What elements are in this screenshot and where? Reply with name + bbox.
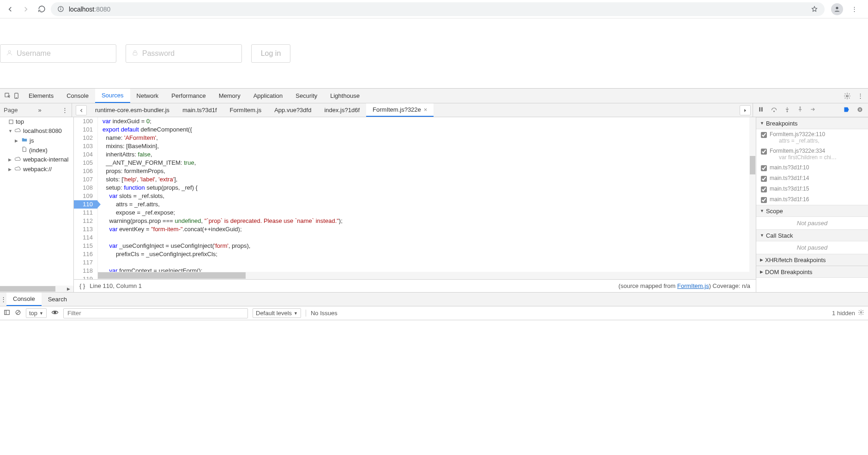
code-line[interactable]: var _useConfigInject = useConfigInject('…	[98, 242, 250, 250]
code-line[interactable]: var slots = _ref.slots,	[98, 192, 164, 200]
code-line[interactable]: var eventKey = "form-item-".concat(++ind…	[98, 225, 242, 233]
breakpoint-checkbox[interactable]	[761, 149, 767, 155]
line-number[interactable]: 114	[74, 233, 98, 242]
line-number[interactable]: 116	[74, 250, 98, 258]
code-line[interactable]: setup: function setup(props, _ref) {	[98, 184, 198, 192]
line-number[interactable]: 101	[74, 126, 98, 134]
log-levels-selector[interactable]: Default levels ▼	[253, 308, 301, 318]
line-number[interactable]: 117	[74, 258, 98, 267]
callstack-header[interactable]: ▼Call Stack	[756, 229, 868, 241]
tree-item[interactable]: ▶webpack://	[0, 164, 73, 174]
breakpoint-item[interactable]: FormItem.js?322e:334var firstChildren = …	[756, 146, 868, 162]
drawer-tab-search[interactable]: Search	[42, 293, 73, 306]
breakpoint-checkbox[interactable]	[761, 186, 767, 192]
line-number[interactable]: 103	[74, 142, 98, 150]
file-tab[interactable]: index.js?1d6f	[318, 103, 366, 117]
line-number[interactable]: 113	[74, 225, 98, 233]
tree-item[interactable]: ▶js	[0, 136, 73, 145]
code-line[interactable]: warning(props.prop === undefined, "`prop…	[98, 217, 343, 225]
tree-item[interactable]: ▶webpack-internal	[0, 155, 73, 164]
devtools-tab-sources[interactable]: Sources	[95, 89, 130, 103]
code-horizontal-scrollbar[interactable]	[98, 272, 756, 279]
devtools-menu-icon[interactable]: ⋮	[857, 92, 863, 99]
file-tab[interactable]: FormItem.js?322e×	[366, 103, 434, 117]
scope-header[interactable]: ▼Scope	[756, 205, 868, 217]
navigator-more-icon[interactable]: »	[36, 107, 44, 114]
line-number[interactable]: 102	[74, 134, 98, 142]
breakpoint-item[interactable]: main.ts?3d1f:10	[756, 162, 868, 173]
settings-icon[interactable]	[844, 92, 851, 100]
breakpoint-checkbox[interactable]	[761, 132, 767, 138]
line-number[interactable]: 106	[74, 167, 98, 175]
line-number[interactable]: 115	[74, 242, 98, 250]
devtools-tab-console[interactable]: Console	[60, 89, 95, 103]
dom-breakpoints-header[interactable]: ▶DOM Breakpoints	[756, 266, 868, 278]
code-line[interactable]: inheritAttrs: false,	[98, 150, 152, 159]
console-sidebar-toggle-icon[interactable]	[4, 309, 10, 317]
line-number[interactable]: 112	[74, 217, 98, 225]
code-line[interactable]: prefixCls = _useConfigInject.prefixCls;	[98, 250, 217, 258]
execution-context-selector[interactable]: top ▼	[26, 308, 47, 318]
tree-item[interactable]: (index)	[0, 145, 73, 155]
line-number[interactable]: 109	[74, 192, 98, 200]
inspect-element-icon[interactable]	[2, 89, 22, 103]
line-number[interactable]: 111	[74, 209, 98, 217]
console-settings-icon[interactable]	[858, 309, 864, 317]
line-number[interactable]: 107	[74, 175, 98, 184]
close-tab-icon[interactable]: ×	[424, 106, 428, 113]
pretty-print-icon[interactable]: { }	[79, 282, 85, 289]
login-button[interactable]: Log in	[251, 44, 290, 63]
breakpoint-item[interactable]: main.ts?3d1f:15	[756, 184, 868, 194]
devtools-tab-lighthouse[interactable]: Lighthouse	[324, 89, 366, 103]
breakpoint-checkbox[interactable]	[761, 197, 767, 203]
code-line[interactable]: __ANT_NEW_FORM_ITEM: true,	[98, 159, 196, 167]
pause-exceptions-icon[interactable]	[856, 106, 863, 114]
navigator-scroll-right[interactable]: ▶	[65, 286, 72, 292]
back-button[interactable]	[4, 3, 17, 16]
devtools-tab-performance[interactable]: Performance	[165, 89, 212, 103]
url-bar[interactable]: localhost:8080	[51, 2, 825, 16]
file-tab[interactable]: runtime-core.esm-bundler.js	[89, 103, 176, 117]
breakpoint-checkbox[interactable]	[761, 165, 767, 171]
line-number[interactable]: 110	[74, 200, 98, 209]
breakpoints-header[interactable]: ▼Breakpoints	[756, 117, 868, 129]
code-line[interactable]	[98, 233, 102, 242]
navigator-scrollbar[interactable]	[0, 286, 74, 292]
star-icon[interactable]	[811, 6, 818, 13]
drawer-menu-icon[interactable]: ⋮	[0, 293, 6, 306]
line-number[interactable]: 118	[74, 267, 98, 275]
drawer-tab-console[interactable]: Console	[6, 293, 42, 306]
xhr-breakpoints-header[interactable]: ▶XHR/fetch Breakpoints	[756, 254, 868, 266]
tree-item[interactable]: ▼localhost:8080	[0, 126, 73, 136]
line-number[interactable]: 100	[74, 117, 98, 126]
page-pane-label[interactable]: Page	[4, 107, 18, 114]
password-field[interactable]: Password	[126, 44, 242, 63]
reload-button[interactable]	[35, 3, 48, 16]
source-map-link[interactable]: FormItem.js	[677, 282, 709, 289]
code-line[interactable]: expose = _ref.expose;	[98, 209, 175, 217]
code-line[interactable]: var indexGuid = 0;	[98, 117, 151, 126]
line-number[interactable]: 104	[74, 150, 98, 159]
line-number[interactable]: 108	[74, 184, 98, 192]
step-out-icon[interactable]	[797, 106, 803, 114]
devtools-tab-application[interactable]: Application	[247, 89, 289, 103]
forward-button[interactable]	[19, 3, 32, 16]
breakpoint-checkbox[interactable]	[761, 176, 767, 182]
file-tab[interactable]: App.vue?3dfd	[268, 103, 318, 117]
clear-console-icon[interactable]	[15, 309, 21, 317]
step-into-icon[interactable]	[784, 106, 790, 114]
deactivate-breakpoints-icon[interactable]	[843, 106, 850, 114]
file-tabs-scroll-right[interactable]	[740, 105, 751, 115]
profile-avatar[interactable]	[831, 3, 843, 15]
breakpoint-item[interactable]: main.ts?3d1f:16	[756, 194, 868, 205]
tree-top[interactable]: top	[0, 117, 73, 126]
devtools-tab-memory[interactable]: Memory	[212, 89, 247, 103]
username-field[interactable]: Username	[0, 44, 116, 63]
file-navigator[interactable]: top ▼localhost:8080▶js(index)▶webpack-in…	[0, 117, 74, 292]
file-tab[interactable]: FormItem.js	[223, 103, 268, 117]
code-line[interactable]: mixins: [BaseMixin],	[98, 142, 159, 150]
chrome-menu-icon[interactable]: ⋮	[848, 3, 861, 16]
devtools-tab-security[interactable]: Security	[289, 89, 324, 103]
code-line[interactable]: attrs = _ref.attrs,	[98, 200, 160, 209]
devtools-tab-elements[interactable]: Elements	[22, 89, 60, 103]
